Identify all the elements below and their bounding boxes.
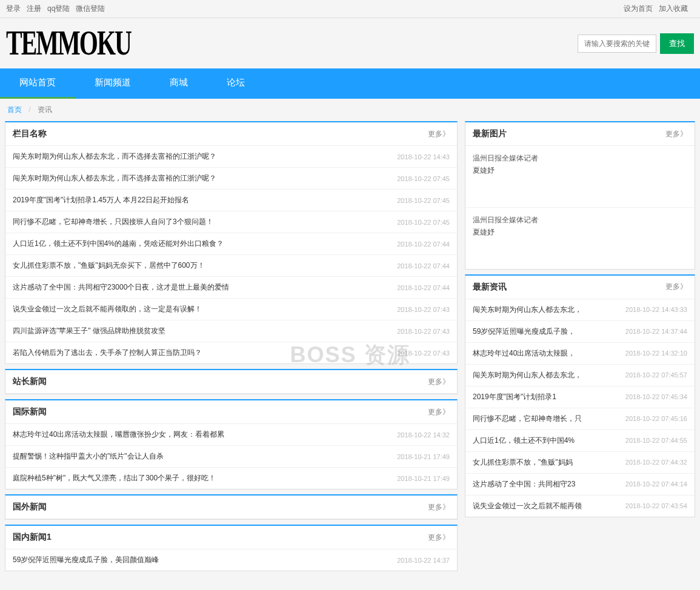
article-date: 2018-10-22 07:43 xyxy=(397,328,450,335)
panel: 站长新闻更多》 xyxy=(5,369,458,394)
list-item: 同行惨不忍睹，它却神奇增长，只2018-10-22 07:45:16 xyxy=(465,408,695,430)
nav-item[interactable]: 新闻频道 xyxy=(75,68,150,99)
nav-item[interactable]: 商城 xyxy=(150,68,207,99)
more-link[interactable]: 更多》 xyxy=(428,532,450,543)
image-block[interactable]: 温州日报全媒体记者夏婕妤 xyxy=(465,208,695,269)
article-title[interactable]: 林志玲年过40出席活动太辣眼，嘴唇微张扮少女，网友：看着都累 xyxy=(13,429,224,440)
image-text: 夏婕妤 xyxy=(473,164,687,176)
logo[interactable]: TEMMOKU xyxy=(6,24,131,64)
topbar-link[interactable]: 注册 xyxy=(27,4,41,13)
article-list: 59岁倪萍近照曝光瘦成瓜子脸，美回颜值巅峰2018-10-22 14:37 xyxy=(5,549,457,571)
panel-title: 站长新闻 xyxy=(13,376,47,387)
article-title[interactable]: 2019年度"国考"计划招录1 xyxy=(473,392,556,402)
list-item: 女儿抓住彩票不放，"鱼贩"妈妈2018-10-22 07:44:32 xyxy=(465,452,695,474)
list-item: 闯关东时期为何山东人都去东北，而不选择去富裕的江浙沪呢？2018-10-22 0… xyxy=(5,168,457,190)
image-text: 温州日报全媒体记者 xyxy=(473,152,687,164)
search-input[interactable] xyxy=(578,35,656,53)
article-date: 2018-10-22 07:43 xyxy=(397,350,450,357)
article-title[interactable]: 若陷入传销后为了逃出去，失手杀了控制人算正当防卫吗？ xyxy=(13,348,202,358)
article-date: 2018-10-22 14:32 xyxy=(397,431,450,439)
more-link[interactable]: 更多》 xyxy=(665,282,687,292)
article-title[interactable]: 这片感动了全中国：共同相守23 xyxy=(473,479,575,489)
article-date: 2018-10-22 07:43 xyxy=(397,306,450,313)
article-title[interactable]: 女儿抓住彩票不放，"鱼贩"妈妈 xyxy=(473,457,573,468)
panel-header: 站长新闻更多》 xyxy=(5,370,457,394)
article-list: 闯关东时期为何山东人都去东北，而不选择去富裕的江浙沪呢？2018-10-22 1… xyxy=(5,146,457,363)
article-date: 2018-10-22 07:44 xyxy=(397,284,450,291)
panel-header: 最新图片更多》 xyxy=(465,122,695,146)
topbar-link[interactable]: 设为首页 xyxy=(624,4,653,13)
article-date: 2018-10-22 14:32:10 xyxy=(625,350,687,357)
article-date: 2018-10-22 07:44 xyxy=(397,240,450,248)
more-link[interactable]: 更多》 xyxy=(428,502,450,512)
topbar-link[interactable]: 加入收藏 xyxy=(659,4,688,13)
article-date: 2018-10-22 07:44 xyxy=(397,262,450,270)
article-title[interactable]: 女儿抓住彩票不放，"鱼贩"妈妈无奈买下，居然中了600万！ xyxy=(13,260,205,271)
article-title[interactable]: 闯关东时期为何山东人都去东北， xyxy=(473,370,582,380)
article-list: 林志玲年过40出席活动太辣眼，嘴唇微张扮少女，网友：看着都累2018-10-22… xyxy=(5,424,457,489)
panel: 最新资讯更多》闯关东时期为何山东人都去东北，2018-10-22 14:43:3… xyxy=(465,274,695,517)
more-link[interactable]: 更多》 xyxy=(428,129,450,139)
list-item: 庭院种植5种"树"，既大气又漂亮，结出了300个果子，很好吃！2018-10-2… xyxy=(5,468,457,489)
nav-item[interactable]: 网站首页 xyxy=(0,68,75,99)
article-title[interactable]: 人口近1亿，领土还不到中国4% xyxy=(473,436,575,446)
panel-header: 国外新闻更多》 xyxy=(5,496,457,519)
list-item: 闯关东时期为何山东人都去东北，2018-10-22 07:45:57 xyxy=(465,365,695,386)
list-item: 女儿抓住彩票不放，"鱼贩"妈妈无奈买下，居然中了600万！2018-10-22 … xyxy=(5,255,457,277)
image-text: 温州日报全媒体记者 xyxy=(473,214,687,226)
article-date: 2018-10-22 14:43:33 xyxy=(625,306,687,313)
panel-title: 最新图片 xyxy=(473,128,507,139)
panel-title: 国外新闻 xyxy=(13,502,47,512)
article-title[interactable]: 林志玲年过40出席活动太辣眼， xyxy=(473,348,575,359)
list-item: 59岁倪萍近照曝光瘦成瓜子脸，美回颜值巅峰2018-10-22 14:37 xyxy=(5,549,457,571)
image-panel: 最新图片更多》温州日报全媒体记者夏婕妤温州日报全媒体记者夏婕妤 xyxy=(465,121,695,270)
panel-header: 最新资讯更多》 xyxy=(465,276,695,299)
list-item: 林志玲年过40出席活动太辣眼，2018-10-22 14:32:10 xyxy=(465,343,695,365)
article-date: 2018-10-22 07:43:54 xyxy=(625,502,687,509)
list-item: 闯关东时期为何山东人都去东北，而不选择去富裕的江浙沪呢？2018-10-22 1… xyxy=(5,146,457,168)
article-title[interactable]: 说失业金领过一次之后就不能再领 xyxy=(473,501,582,511)
article-title[interactable]: 闯关东时期为何山东人都去东北， xyxy=(473,305,582,315)
search-button[interactable]: 查找 xyxy=(660,33,694,54)
list-item: 四川盐源评选"苹果王子" 做强品牌助推脱贫攻坚2018-10-22 07:43 xyxy=(5,320,457,342)
list-item: 人口近1亿，领土还不到中国4%的越南，凭啥还能对外出口粮食？2018-10-22… xyxy=(5,233,457,255)
article-date: 2018-10-22 07:45 xyxy=(397,175,450,182)
list-item: 这片感动了全中国：共同相守23000个日夜，这才是世上最美的爱情2018-10-… xyxy=(5,277,457,299)
article-title[interactable]: 四川盐源评选"苹果王子" 做强品牌助推脱贫攻坚 xyxy=(13,326,165,336)
list-item: 2019年度"国考"计划招录12018-10-22 07:45:34 xyxy=(465,386,695,408)
article-title[interactable]: 闯关东时期为何山东人都去东北，而不选择去富裕的江浙沪呢？ xyxy=(13,173,216,184)
article-title[interactable]: 闯关东时期为何山东人都去东北，而不选择去富裕的江浙沪呢？ xyxy=(13,151,216,162)
article-title[interactable]: 2019年度"国考"计划招录1.45万人 本月22日起开始报名 xyxy=(13,195,189,205)
list-item: 提醒警惕！这种指甲盖大小的"纸片"会让人自杀2018-10-21 17:49 xyxy=(5,446,457,468)
article-date: 2018-10-22 14:37 xyxy=(397,557,450,564)
article-title[interactable]: 这片感动了全中国：共同相守23000个日夜，这才是世上最美的爱情 xyxy=(13,282,229,293)
article-title[interactable]: 人口近1亿，领土还不到中国4%的越南，凭啥还能对外出口粮食？ xyxy=(13,239,224,249)
nav-item[interactable]: 论坛 xyxy=(207,68,264,99)
breadcrumb-home[interactable]: 首页 xyxy=(7,105,22,114)
topbar-link[interactable]: qq登陆 xyxy=(47,4,70,13)
article-title[interactable]: 同行惨不忍睹，它却神奇增长，只 xyxy=(473,414,582,424)
article-title[interactable]: 59岁倪萍近照曝光瘦成瓜子脸，美回颜值巅峰 xyxy=(13,555,159,565)
list-item: 说失业金领过一次之后就不能再领2018-10-22 07:43:54 xyxy=(465,496,695,517)
list-item: 59岁倪萍近照曝光瘦成瓜子脸，2018-10-22 14:37:44 xyxy=(465,321,695,343)
article-title[interactable]: 59岁倪萍近照曝光瘦成瓜子脸， xyxy=(473,326,575,337)
breadcrumb-sep: / xyxy=(28,105,30,114)
more-link[interactable]: 更多》 xyxy=(665,129,687,139)
list-item: 林志玲年过40出席活动太辣眼，嘴唇微张扮少女，网友：看着都累2018-10-22… xyxy=(5,424,457,446)
article-title[interactable]: 说失业金领过一次之后就不能再领取的，这一定是有误解！ xyxy=(13,304,202,314)
topbar-link[interactable]: 微信登陆 xyxy=(76,4,105,13)
image-block[interactable]: 温州日报全媒体记者夏婕妤 xyxy=(465,146,695,208)
article-title[interactable]: 同行惨不忍睹，它却神奇增长，只因接班人自问了3个狠问题！ xyxy=(13,217,213,227)
panel: 国际新闻更多》林志玲年过40出席活动太辣眼，嘴唇微张扮少女，网友：看着都累201… xyxy=(5,399,458,489)
article-date: 2018-10-22 14:37:44 xyxy=(625,328,687,335)
nav-list: 网站首页新闻频道商城论坛 xyxy=(0,68,700,99)
topbar-link[interactable]: 登录 xyxy=(6,4,21,13)
article-date: 2018-10-21 17:49 xyxy=(397,475,450,482)
article-date: 2018-10-22 07:44:14 xyxy=(625,480,687,488)
article-title[interactable]: 提醒警惕！这种指甲盖大小的"纸片"会让人自杀 xyxy=(13,451,164,462)
more-link[interactable]: 更多》 xyxy=(428,377,450,387)
top-bar: 登录注册qq登陆微信登陆 设为首页加入收藏 xyxy=(0,0,700,18)
article-title[interactable]: 庭院种植5种"树"，既大气又漂亮，结出了300个果子，很好吃！ xyxy=(13,473,216,483)
more-link[interactable]: 更多》 xyxy=(428,407,450,417)
panel: 国外新闻更多》 xyxy=(5,494,458,520)
